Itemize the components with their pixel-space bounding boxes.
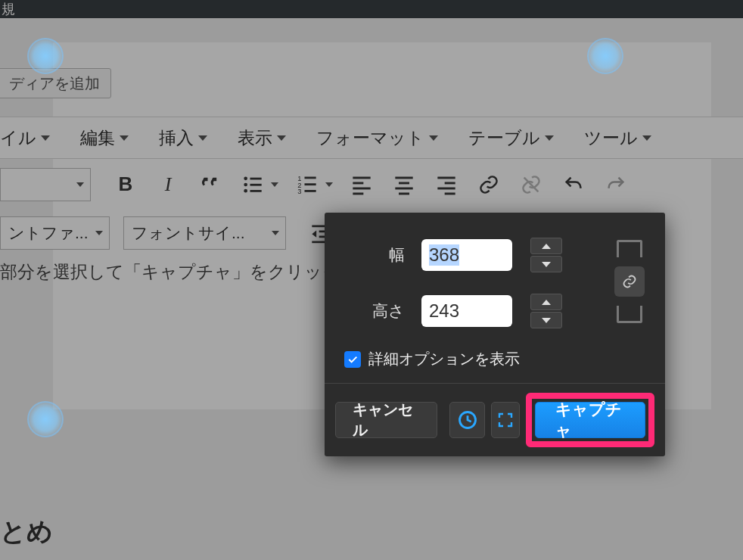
fullscreen-icon: [496, 411, 515, 429]
width-stepper: [530, 237, 562, 273]
clock-icon: [457, 409, 478, 431]
capture-button[interactable]: キャプチャ: [535, 402, 645, 438]
capture-dialog: 幅 368 高さ 243: [325, 213, 665, 456]
height-stepper: [530, 293, 562, 329]
timer-button[interactable]: [449, 402, 485, 438]
advanced-options-label: 詳細オプションを表示: [368, 349, 520, 369]
width-label: 幅: [344, 244, 405, 266]
cancel-label: キャンセル: [353, 400, 420, 440]
highlight-annotation: キャプチャ: [526, 393, 654, 447]
fullscreen-button[interactable]: [491, 402, 520, 438]
width-input[interactable]: 368: [421, 239, 512, 271]
aspect-lock-column: [612, 240, 647, 323]
width-value: 368: [429, 244, 459, 266]
width-step-down[interactable]: [530, 256, 562, 272]
height-step-down[interactable]: [530, 312, 562, 328]
triangle-up-icon: [542, 300, 551, 305]
capture-dialog-footer: キャンセル キャプチャ: [325, 383, 665, 456]
triangle-down-icon: [542, 318, 551, 323]
advanced-options-checkbox[interactable]: [344, 351, 361, 368]
width-step-up[interactable]: [530, 238, 562, 254]
height-value: 243: [429, 300, 459, 322]
height-step-up[interactable]: [530, 294, 562, 310]
triangle-down-icon: [542, 262, 551, 267]
capture-label: キャプチャ: [555, 399, 625, 441]
checkmark-icon: [347, 353, 359, 366]
height-input[interactable]: 243: [421, 295, 512, 327]
triangle-up-icon: [542, 244, 551, 249]
height-label: 高さ: [344, 300, 405, 322]
cancel-button[interactable]: キャンセル: [335, 402, 437, 438]
link-icon: [621, 273, 638, 290]
aspect-lock-button[interactable]: [614, 266, 645, 297]
